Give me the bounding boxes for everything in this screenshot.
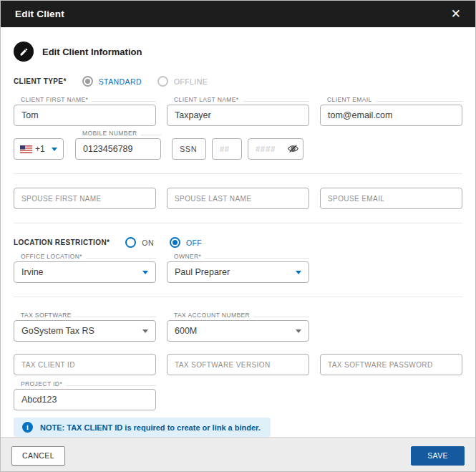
radio-offline-icon: [157, 76, 168, 87]
tax-id-row: [14, 354, 462, 375]
modal-header: Edit Client ✕: [1, 1, 475, 27]
note-banner: i NOTE: TAX CLIENT ID is required to cre…: [14, 418, 271, 437]
modal-footer: CANCEL SAVE: [1, 437, 475, 472]
cancel-button[interactable]: CANCEL: [11, 446, 65, 466]
chevron-down-icon: [296, 271, 301, 274]
tax-account-number-select[interactable]: 600M: [167, 320, 309, 342]
owner-value: Paul Preparer: [175, 267, 230, 277]
radio-standard[interactable]: STANDARD: [82, 76, 142, 87]
mobile-number-input[interactable]: [75, 138, 161, 160]
chevron-down-icon: [142, 329, 148, 333]
tax-software-password-input[interactable]: [320, 354, 462, 375]
radio-offline-label: OFFLINE: [174, 77, 208, 86]
project-id-row: PROJECT ID*: [14, 380, 462, 410]
owner-label: OWNER*: [167, 252, 309, 260]
country-code-select[interactable]: +1: [14, 138, 64, 160]
tax-software-field: TAX SOFTWARE GoSystem Tax RS: [14, 311, 156, 342]
client-last-name-input[interactable]: [167, 105, 309, 126]
client-email-input[interactable]: [320, 105, 462, 126]
office-location-value: Irvine: [21, 267, 44, 277]
spouse-first-name-input[interactable]: [14, 188, 156, 209]
divider: [14, 173, 462, 174]
ssn-part2-input[interactable]: [212, 138, 242, 160]
radio-standard-label: STANDARD: [99, 77, 142, 86]
tax-software-label: TAX SOFTWARE: [14, 311, 156, 319]
radio-on-icon: [125, 237, 136, 248]
chevron-down-icon: [296, 329, 301, 333]
edit-pencil-icon: [14, 42, 34, 62]
project-id-field: PROJECT ID*: [14, 380, 156, 410]
radio-offline[interactable]: OFFLINE: [157, 76, 208, 87]
client-last-name-field: CLIENT LAST NAME*: [167, 95, 309, 126]
modal-title: Edit Client: [15, 9, 64, 19]
client-first-name-input[interactable]: [14, 105, 156, 126]
radio-standard-icon: [82, 76, 93, 87]
location-restriction-label: LOCATION RESTRICTION*: [14, 239, 110, 246]
radio-on-label: ON: [142, 239, 154, 247]
project-id-label: PROJECT ID*: [14, 380, 156, 387]
ssn-part3-field: [248, 138, 303, 160]
radio-off[interactable]: OFF: [170, 237, 202, 248]
radio-off-label: OFF: [186, 239, 202, 247]
divider: [14, 223, 462, 223]
note-text: NOTE: TAX CLIENT ID is required to creat…: [40, 423, 261, 432]
tax-software-version-input[interactable]: [167, 354, 309, 375]
location-restriction-group: LOCATION RESTRICTION* ON OFF: [14, 237, 462, 248]
client-first-name-label: CLIENT FIRST NAME*: [14, 95, 156, 103]
client-email-label: CLIENT EMAIL: [320, 95, 462, 103]
client-name-row: CLIENT FIRST NAME* CLIENT LAST NAME* CLI…: [14, 95, 462, 126]
country-code-value: +1: [20, 144, 45, 154]
info-icon: i: [22, 422, 33, 433]
tax-client-id-input[interactable]: [14, 354, 156, 375]
section-title: Edit Client Information: [42, 47, 142, 57]
office-location-label: OFFICE LOCATION*: [14, 252, 156, 260]
chevron-down-icon: [142, 271, 148, 274]
section-header: Edit Client Information: [14, 42, 462, 62]
phone-ssn-row: +1 MOBILE NUMBER: [14, 129, 462, 160]
ssn-part1-input[interactable]: [172, 138, 206, 160]
office-location-select[interactable]: Irvine: [14, 261, 156, 283]
client-first-name-field: CLIENT FIRST NAME*: [14, 95, 156, 126]
spouse-last-name-input[interactable]: [167, 188, 309, 209]
client-type-group: CLIENT TYPE* STANDARD OFFLINE: [14, 76, 462, 87]
office-location-field: OFFICE LOCATION* Irvine: [14, 252, 156, 283]
tax-account-number-field: TAX ACCOUNT NUMBER 600M: [167, 311, 309, 342]
chevron-down-icon: [52, 148, 57, 151]
client-last-name-label: CLIENT LAST NAME*: [167, 95, 309, 103]
owner-select[interactable]: Paul Preparer: [167, 261, 309, 283]
client-type-label: CLIENT TYPE*: [14, 77, 67, 85]
office-owner-row: OFFICE LOCATION* Irvine OWNER* Paul Prep…: [14, 252, 462, 283]
tax-account-number-value: 600M: [175, 326, 197, 336]
client-email-field: CLIENT EMAIL: [320, 95, 462, 126]
radio-on[interactable]: ON: [125, 237, 154, 248]
tax-software-select[interactable]: GoSystem Tax RS: [14, 320, 156, 342]
mobile-number-label: MOBILE NUMBER: [75, 129, 161, 137]
edit-client-modal: Edit Client ✕ Edit Client Information CL…: [0, 0, 476, 472]
modal-body: Edit Client Information CLIENT TYPE* STA…: [1, 27, 475, 437]
tax-software-value: GoSystem Tax RS: [21, 326, 94, 336]
radio-off-icon: [170, 237, 180, 248]
save-button[interactable]: SAVE: [411, 446, 465, 466]
tax-software-row: TAX SOFTWARE GoSystem Tax RS TAX ACCOUNT…: [14, 311, 462, 342]
owner-field: OWNER* Paul Preparer: [167, 252, 309, 283]
project-id-input[interactable]: [14, 389, 156, 410]
mobile-number-field: MOBILE NUMBER: [75, 129, 161, 160]
spouse-row: [14, 188, 462, 209]
divider: [14, 297, 462, 297]
eye-slash-icon[interactable]: [288, 144, 298, 153]
spouse-email-input[interactable]: [320, 188, 462, 209]
close-icon[interactable]: ✕: [451, 8, 461, 20]
tax-account-number-label: TAX ACCOUNT NUMBER: [167, 311, 309, 319]
us-flag-icon: [20, 145, 32, 153]
